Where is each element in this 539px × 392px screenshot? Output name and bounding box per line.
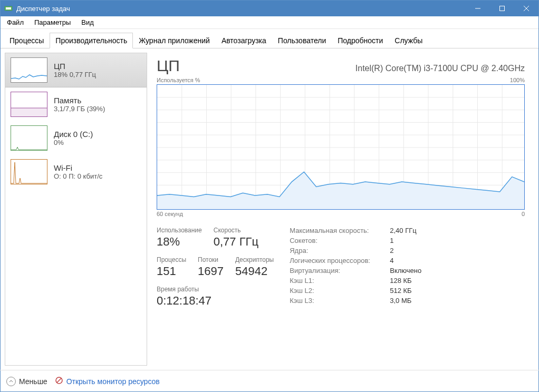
svg-line-33 bbox=[57, 378, 61, 383]
stat-value-threads: 1697 bbox=[198, 264, 224, 278]
stat-value-utilization: 18% bbox=[157, 235, 202, 249]
info-value-l1: 128 КБ bbox=[390, 277, 411, 285]
disk-thumb bbox=[11, 125, 47, 151]
chart-label-br: 0 bbox=[522, 211, 525, 217]
info-label-l2: Кэш L2: bbox=[290, 287, 390, 295]
info-label-cores: Ядра: bbox=[290, 247, 390, 254]
info-value-l3: 3,0 МБ bbox=[390, 297, 411, 305]
cpu-model: Intel(R) Core(TM) i3-7100U CPU @ 2.40GHz bbox=[355, 64, 525, 73]
tab-startup[interactable]: Автозагрузка bbox=[216, 33, 272, 48]
tab-users[interactable]: Пользователи bbox=[272, 33, 332, 48]
menu-view[interactable]: Вид bbox=[76, 17, 99, 28]
sidebar-item-sub: О: 0 П: 0 кбит/с bbox=[54, 172, 102, 180]
window-title: Диспетчер задач bbox=[16, 5, 466, 13]
svg-rect-3 bbox=[500, 6, 505, 11]
tab-app-history[interactable]: Журнал приложений bbox=[133, 33, 216, 48]
stat-label-threads: Потоки bbox=[198, 256, 224, 263]
stat-value-uptime: 0:12:18:47 bbox=[157, 294, 211, 308]
stat-label-handles: Дескрипторы bbox=[235, 256, 274, 263]
stat-label-speed: Скорость bbox=[214, 227, 258, 234]
app-icon bbox=[4, 4, 13, 13]
chart-label-tl: Используется % bbox=[157, 77, 200, 83]
tab-processes[interactable]: Процессы bbox=[4, 33, 50, 48]
close-button[interactable] bbox=[514, 1, 538, 16]
sidebar-item-label: Диск 0 (C:) bbox=[54, 130, 93, 139]
info-label-sockets: Сокетов: bbox=[290, 237, 390, 244]
footer: Меньше Открыть монитор ресурсов bbox=[0, 370, 539, 392]
info-label-l1: Кэш L1: bbox=[290, 277, 390, 285]
info-label-logical: Логических процессоров: bbox=[290, 257, 390, 264]
page-title: ЦП bbox=[157, 57, 180, 75]
chart-label-tr: 100% bbox=[510, 77, 525, 83]
stat-value-handles: 54942 bbox=[235, 264, 274, 278]
open-resource-monitor-label: Открыть монитор ресурсов bbox=[66, 377, 160, 386]
tabs: Процессы Производительность Журнал прило… bbox=[1, 29, 538, 48]
info-value-l2: 512 КБ bbox=[390, 287, 411, 295]
sidebar-item-sub: 0% bbox=[54, 139, 93, 146]
minimize-button[interactable] bbox=[466, 1, 490, 16]
open-resource-monitor-link[interactable]: Открыть монитор ресурсов bbox=[55, 376, 160, 386]
sidebar-item-label: Wi-Fi bbox=[54, 163, 102, 172]
stat-value-processes: 151 bbox=[157, 264, 186, 278]
menu-options[interactable]: Параметры bbox=[29, 17, 76, 28]
info-label-virt: Виртуализация: bbox=[290, 267, 390, 275]
info-value-sockets: 1 bbox=[390, 237, 393, 244]
stat-label-uptime: Время работы bbox=[157, 286, 211, 293]
info-value-cores: 2 bbox=[390, 247, 393, 254]
stat-label-utilization: Использование bbox=[157, 227, 202, 234]
info-value-maxspeed: 2,40 ГГц bbox=[390, 227, 416, 234]
chart-label-bl: 60 секунд bbox=[157, 211, 183, 217]
info-label-maxspeed: Максимальная скорость: bbox=[290, 227, 390, 234]
memory-thumb bbox=[11, 92, 47, 117]
stat-value-speed: 0,77 ГГц bbox=[214, 235, 258, 249]
info-label-l3: Кэш L3: bbox=[290, 297, 390, 305]
tab-details[interactable]: Подробности bbox=[332, 33, 389, 48]
info-value-virt: Включено bbox=[390, 267, 421, 275]
wifi-thumb bbox=[11, 159, 47, 184]
maximize-button[interactable] bbox=[490, 1, 514, 16]
menu-file[interactable]: Файл bbox=[2, 17, 29, 28]
resource-monitor-icon bbox=[55, 376, 63, 386]
menubar: Файл Параметры Вид bbox=[1, 16, 538, 29]
cpu-chart[interactable] bbox=[157, 84, 525, 210]
sidebar-item-sub: 18% 0,77 ГГц bbox=[54, 71, 96, 79]
tab-services[interactable]: Службы bbox=[389, 33, 428, 48]
chevron-up-icon bbox=[6, 377, 16, 386]
svg-marker-31 bbox=[157, 172, 524, 209]
svg-rect-1 bbox=[6, 7, 11, 9]
fewer-details-label: Меньше bbox=[19, 377, 47, 386]
sidebar-item-label: ЦП bbox=[54, 62, 96, 71]
sidebar-item-disk[interactable]: Диск 0 (C:) 0% bbox=[5, 121, 147, 155]
svg-rect-6 bbox=[11, 108, 47, 116]
stat-label-processes: Процессы bbox=[157, 256, 186, 263]
titlebar: Диспетчер задач bbox=[1, 1, 538, 16]
main-panel: ЦП Intel(R) Core(TM) i3-7100U CPU @ 2.40… bbox=[147, 53, 534, 366]
fewer-details-button[interactable]: Меньше bbox=[6, 377, 47, 386]
cpu-thumb bbox=[11, 57, 47, 83]
tab-performance[interactable]: Производительность bbox=[50, 33, 133, 48]
sidebar-item-cpu[interactable]: ЦП 18% 0,77 ГГц bbox=[5, 53, 147, 87]
sidebar-item-memory[interactable]: Память 3,1/7,9 ГБ (39%) bbox=[5, 87, 147, 121]
sidebar-item-label: Память bbox=[54, 96, 105, 105]
sidebar-item-wifi[interactable]: Wi-Fi О: 0 П: 0 кбит/с bbox=[5, 155, 147, 189]
info-value-logical: 4 bbox=[390, 257, 393, 264]
sidebar: ЦП 18% 0,77 ГГц Память 3,1/7,9 ГБ (39%) … bbox=[5, 53, 147, 366]
sidebar-item-sub: 3,1/7,9 ГБ (39%) bbox=[54, 105, 105, 113]
